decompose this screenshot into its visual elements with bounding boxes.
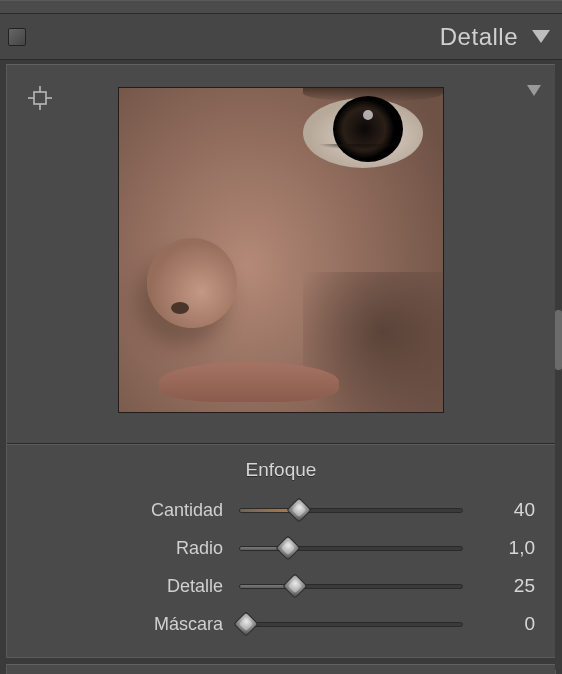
next-panel-collapsed[interactable] [6, 664, 556, 674]
detail-preview-area [7, 65, 555, 443]
slider-detalle[interactable] [239, 578, 463, 594]
preview-target-tool[interactable] [25, 83, 55, 113]
slider-row-cantidad: Cantidad 40 [25, 491, 537, 529]
slider-label: Cantidad [25, 500, 235, 521]
slider-row-máscara: Máscara 0 [25, 605, 537, 643]
sharpening-section: Enfoque Cantidad 40 Radio 1,0 Detalle 25 [7, 445, 555, 657]
slider-label: Detalle [25, 576, 235, 597]
slider-label: Radio [25, 538, 235, 559]
detail-preview-thumbnail[interactable] [118, 87, 444, 413]
slider-thumb[interactable] [287, 497, 312, 522]
slider-row-detalle: Detalle 25 [25, 567, 537, 605]
slider-value[interactable]: 0 [467, 613, 537, 635]
detail-panel: Enfoque Cantidad 40 Radio 1,0 Detalle 25 [6, 64, 556, 658]
slider-label: Máscara [25, 614, 235, 635]
slider-row-radio: Radio 1,0 [25, 529, 537, 567]
slider-value[interactable]: 40 [467, 499, 537, 521]
slider-radio[interactable] [239, 540, 463, 556]
panel-toggle-switch[interactable] [8, 28, 26, 46]
slider-máscara[interactable] [239, 616, 463, 632]
svg-rect-0 [34, 92, 46, 104]
slider-value[interactable]: 1,0 [467, 537, 537, 559]
collapse-panel-icon[interactable] [532, 30, 550, 43]
sharpening-title: Enfoque [25, 459, 537, 481]
preview-menu-icon[interactable] [527, 85, 541, 96]
slider-thumb[interactable] [233, 611, 258, 636]
panel-title: Detalle [440, 23, 518, 51]
slider-value[interactable]: 25 [467, 575, 537, 597]
slider-thumb[interactable] [282, 573, 307, 598]
panel-scrollbar-thumb[interactable] [555, 310, 562, 370]
slider-thumb[interactable] [276, 535, 301, 560]
previous-panel-collapsed[interactable] [0, 0, 562, 14]
panel-header[interactable]: Detalle [0, 14, 562, 60]
slider-cantidad[interactable] [239, 502, 463, 518]
